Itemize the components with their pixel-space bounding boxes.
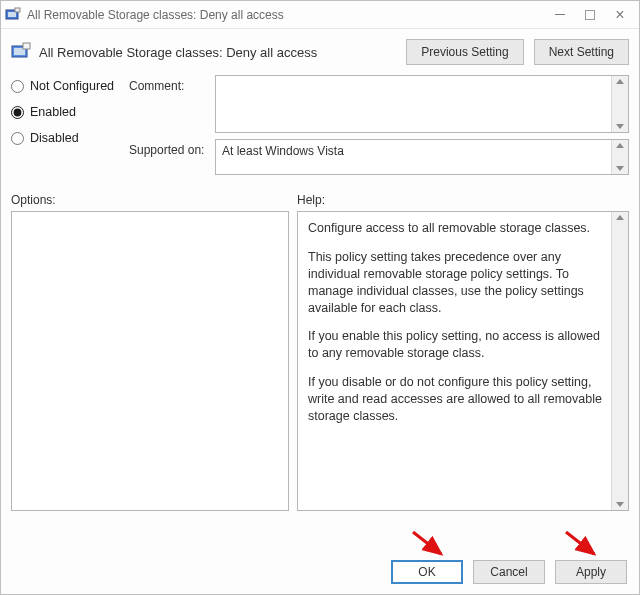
radio-enabled[interactable]: Enabled xyxy=(11,105,123,119)
svg-rect-1 xyxy=(8,12,16,17)
ok-button[interactable]: OK xyxy=(391,560,463,584)
scroll-up-icon[interactable] xyxy=(616,143,624,148)
radio-disabled[interactable]: Disabled xyxy=(11,131,123,145)
svg-rect-2 xyxy=(15,8,20,12)
scroll-down-icon[interactable] xyxy=(616,124,624,129)
supported-scrollbar[interactable] xyxy=(611,140,628,174)
maximize-button[interactable] xyxy=(585,10,595,20)
options-pane xyxy=(11,211,289,511)
comment-scrollbar[interactable] xyxy=(611,76,628,132)
scroll-up-icon[interactable] xyxy=(616,215,624,220)
radio-not-configured-label: Not Configured xyxy=(30,79,114,93)
help-paragraph: If you disable or do not configure this … xyxy=(308,374,606,425)
help-paragraph: Configure access to all removable storag… xyxy=(308,220,606,237)
supported-on-value: At least Windows Vista xyxy=(222,144,344,158)
window-buttons: × xyxy=(553,8,635,22)
options-label: Options: xyxy=(11,193,297,207)
help-label: Help: xyxy=(297,193,325,207)
dialog-content: All Removable Storage classes: Deny all … xyxy=(1,29,639,550)
minimize-button[interactable] xyxy=(553,8,567,22)
header-row: All Removable Storage classes: Deny all … xyxy=(11,39,629,65)
help-pane: Configure access to all removable storag… xyxy=(297,211,629,511)
panes-row: Configure access to all removable storag… xyxy=(11,211,629,542)
policy-name: All Removable Storage classes: Deny all … xyxy=(39,45,398,60)
radio-not-configured-input[interactable] xyxy=(11,80,24,93)
help-scrollbar[interactable] xyxy=(611,212,628,510)
scroll-up-icon[interactable] xyxy=(616,79,624,84)
state-radios: Not Configured Enabled Disabled xyxy=(11,75,123,181)
nav-buttons: Previous Setting Next Setting xyxy=(406,39,629,65)
scroll-down-icon[interactable] xyxy=(616,166,624,171)
comment-textarea[interactable] xyxy=(215,75,629,133)
help-paragraph: This policy setting takes precedence ove… xyxy=(308,249,606,317)
pane-labels: Options: Help: xyxy=(11,193,629,207)
policy-icon xyxy=(5,7,21,23)
close-button[interactable]: × xyxy=(613,8,627,22)
footer: OK Cancel Apply xyxy=(1,550,639,594)
radio-disabled-input[interactable] xyxy=(11,132,24,145)
fields-column: Comment: Supported on: At least Windows … xyxy=(129,75,629,181)
comment-row: Comment: xyxy=(129,75,629,133)
next-setting-button[interactable]: Next Setting xyxy=(534,39,629,65)
supported-row: Supported on: At least Windows Vista xyxy=(129,139,629,175)
dialog-window: All Removable Storage classes: Deny all … xyxy=(0,0,640,595)
cancel-button[interactable]: Cancel xyxy=(473,560,545,584)
radio-enabled-label: Enabled xyxy=(30,105,76,119)
radio-not-configured[interactable]: Not Configured xyxy=(11,79,123,93)
policy-header-icon xyxy=(11,42,31,62)
radio-enabled-input[interactable] xyxy=(11,106,24,119)
comment-label: Comment: xyxy=(129,75,215,93)
previous-setting-button[interactable]: Previous Setting xyxy=(406,39,523,65)
help-paragraph: If you enable this policy setting, no ac… xyxy=(308,328,606,362)
settings-row: Not Configured Enabled Disabled Comment: xyxy=(11,75,629,181)
radio-disabled-label: Disabled xyxy=(30,131,79,145)
supported-label: Supported on: xyxy=(129,139,215,157)
window-title: All Removable Storage classes: Deny all … xyxy=(27,8,553,22)
supported-on-box: At least Windows Vista xyxy=(215,139,629,175)
apply-button[interactable]: Apply xyxy=(555,560,627,584)
svg-rect-5 xyxy=(23,43,30,49)
scroll-down-icon[interactable] xyxy=(616,502,624,507)
titlebar: All Removable Storage classes: Deny all … xyxy=(1,1,639,29)
